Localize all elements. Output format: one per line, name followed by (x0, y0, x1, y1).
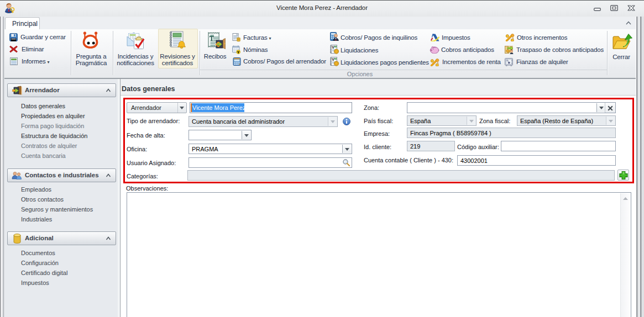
svg-text:V: V (332, 45, 334, 49)
svg-text:V: V (332, 57, 334, 61)
